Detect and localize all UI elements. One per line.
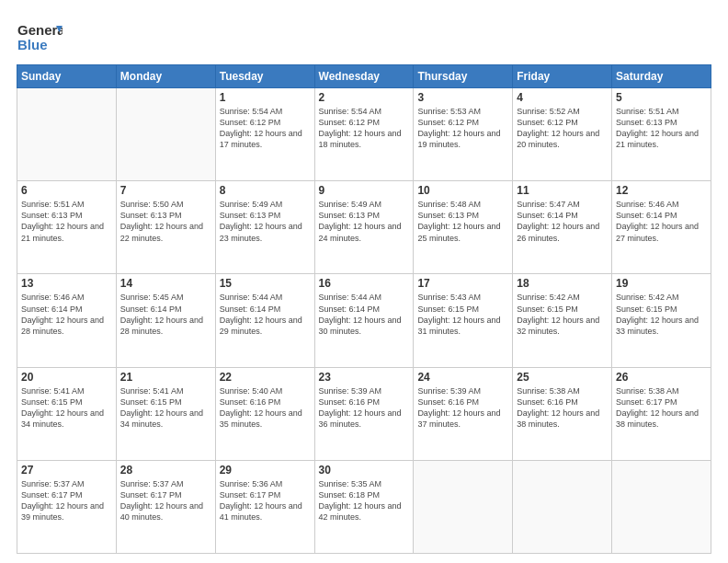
day-number: 16: [319, 277, 410, 290]
logo: General Blue: [17, 17, 63, 55]
calendar-cell: 15Sunrise: 5:44 AM Sunset: 6:14 PM Dayli…: [215, 274, 314, 367]
day-number: 19: [616, 277, 707, 290]
day-info: Sunrise: 5:51 AM Sunset: 6:13 PM Dayligh…: [21, 199, 112, 244]
week-row-4: 20Sunrise: 5:41 AM Sunset: 6:15 PM Dayli…: [17, 367, 711, 460]
calendar-cell: 2Sunrise: 5:54 AM Sunset: 6:12 PM Daylig…: [314, 88, 414, 181]
week-row-2: 6Sunrise: 5:51 AM Sunset: 6:13 PM Daylig…: [17, 181, 711, 274]
calendar-header: SundayMondayTuesdayWednesdayThursdayFrid…: [17, 65, 711, 88]
day-number: 8: [220, 184, 311, 197]
day-info: Sunrise: 5:43 AM Sunset: 6:15 PM Dayligh…: [417, 292, 508, 337]
calendar-cell: [513, 460, 612, 553]
calendar-cell: 5Sunrise: 5:51 AM Sunset: 6:13 PM Daylig…: [612, 88, 711, 181]
calendar-cell: 30Sunrise: 5:35 AM Sunset: 6:18 PM Dayli…: [314, 460, 414, 553]
calendar-cell: 14Sunrise: 5:45 AM Sunset: 6:14 PM Dayli…: [116, 274, 215, 367]
calendar-cell: 24Sunrise: 5:39 AM Sunset: 6:16 PM Dayli…: [414, 367, 513, 460]
day-number: 22: [220, 371, 311, 384]
calendar-cell: 19Sunrise: 5:42 AM Sunset: 6:15 PM Dayli…: [612, 274, 711, 367]
day-info: Sunrise: 5:39 AM Sunset: 6:16 PM Dayligh…: [417, 385, 508, 431]
day-number: 5: [616, 91, 707, 104]
day-info: Sunrise: 5:36 AM Sunset: 6:17 PM Dayligh…: [220, 478, 311, 523]
day-number: 12: [616, 184, 707, 197]
calendar-cell: 3Sunrise: 5:53 AM Sunset: 6:12 PM Daylig…: [414, 88, 513, 181]
day-number: 26: [616, 371, 707, 384]
calendar-cell: 26Sunrise: 5:38 AM Sunset: 6:17 PM Dayli…: [612, 367, 711, 460]
day-info: Sunrise: 5:41 AM Sunset: 6:15 PM Dayligh…: [21, 385, 112, 431]
day-number: 11: [517, 184, 608, 197]
weekday-header-tuesday: Tuesday: [215, 65, 314, 88]
day-info: Sunrise: 5:50 AM Sunset: 6:13 PM Dayligh…: [120, 199, 211, 244]
calendar-cell: 11Sunrise: 5:47 AM Sunset: 6:14 PM Dayli…: [513, 181, 612, 274]
day-number: 14: [120, 277, 211, 290]
calendar-cell: 8Sunrise: 5:49 AM Sunset: 6:13 PM Daylig…: [215, 181, 314, 274]
day-info: Sunrise: 5:48 AM Sunset: 6:13 PM Dayligh…: [417, 199, 508, 244]
day-number: 3: [417, 91, 508, 104]
day-number: 24: [417, 371, 508, 384]
svg-text:Blue: Blue: [17, 37, 48, 52]
calendar-cell: 28Sunrise: 5:37 AM Sunset: 6:17 PM Dayli…: [116, 460, 215, 553]
week-row-3: 13Sunrise: 5:46 AM Sunset: 6:14 PM Dayli…: [17, 274, 711, 367]
calendar-cell: [116, 88, 215, 181]
day-number: 18: [517, 277, 608, 290]
page: General Blue SundayMondayTuesdayWednesda…: [0, 0, 728, 563]
day-number: 21: [120, 371, 211, 384]
day-number: 27: [21, 464, 112, 477]
day-info: Sunrise: 5:46 AM Sunset: 6:14 PM Dayligh…: [616, 199, 707, 244]
day-info: Sunrise: 5:37 AM Sunset: 6:17 PM Dayligh…: [120, 478, 211, 523]
day-number: 2: [319, 91, 410, 104]
calendar-cell: 4Sunrise: 5:52 AM Sunset: 6:12 PM Daylig…: [513, 88, 612, 181]
day-number: 7: [120, 184, 211, 197]
day-info: Sunrise: 5:37 AM Sunset: 6:17 PM Dayligh…: [21, 478, 112, 523]
week-row-5: 27Sunrise: 5:37 AM Sunset: 6:17 PM Dayli…: [17, 460, 711, 553]
calendar-cell: 13Sunrise: 5:46 AM Sunset: 6:14 PM Dayli…: [17, 274, 117, 367]
day-info: Sunrise: 5:49 AM Sunset: 6:13 PM Dayligh…: [319, 199, 410, 244]
weekday-header-row: SundayMondayTuesdayWednesdayThursdayFrid…: [17, 65, 711, 88]
calendar-cell: [17, 88, 117, 181]
day-number: 23: [319, 371, 410, 384]
day-info: Sunrise: 5:54 AM Sunset: 6:12 PM Dayligh…: [319, 106, 410, 151]
calendar-cell: 25Sunrise: 5:38 AM Sunset: 6:16 PM Dayli…: [513, 367, 612, 460]
day-number: 29: [220, 464, 311, 477]
calendar-cell: 7Sunrise: 5:50 AM Sunset: 6:13 PM Daylig…: [116, 181, 215, 274]
calendar-body: 1Sunrise: 5:54 AM Sunset: 6:12 PM Daylig…: [17, 88, 711, 554]
calendar-cell: 23Sunrise: 5:39 AM Sunset: 6:16 PM Dayli…: [314, 367, 414, 460]
calendar-cell: 27Sunrise: 5:37 AM Sunset: 6:17 PM Dayli…: [17, 460, 117, 553]
weekday-header-sunday: Sunday: [17, 65, 117, 88]
day-info: Sunrise: 5:51 AM Sunset: 6:13 PM Dayligh…: [616, 106, 707, 151]
day-number: 1: [220, 91, 311, 104]
day-info: Sunrise: 5:46 AM Sunset: 6:14 PM Dayligh…: [21, 292, 112, 337]
day-number: 10: [417, 184, 508, 197]
weekday-header-wednesday: Wednesday: [314, 65, 414, 88]
calendar-cell: 18Sunrise: 5:42 AM Sunset: 6:15 PM Dayli…: [513, 274, 612, 367]
weekday-header-saturday: Saturday: [612, 65, 711, 88]
week-row-1: 1Sunrise: 5:54 AM Sunset: 6:12 PM Daylig…: [17, 88, 711, 181]
day-number: 4: [517, 91, 608, 104]
calendar-table: SundayMondayTuesdayWednesdayThursdayFrid…: [17, 64, 711, 554]
day-number: 9: [319, 184, 410, 197]
calendar-cell: 16Sunrise: 5:44 AM Sunset: 6:14 PM Dayli…: [314, 274, 414, 367]
day-info: Sunrise: 5:40 AM Sunset: 6:16 PM Dayligh…: [220, 385, 311, 431]
weekday-header-monday: Monday: [116, 65, 215, 88]
day-info: Sunrise: 5:47 AM Sunset: 6:14 PM Dayligh…: [517, 199, 608, 244]
calendar-cell: 12Sunrise: 5:46 AM Sunset: 6:14 PM Dayli…: [612, 181, 711, 274]
header: General Blue: [17, 17, 711, 55]
weekday-header-thursday: Thursday: [414, 65, 513, 88]
day-number: 28: [120, 464, 211, 477]
calendar-cell: 9Sunrise: 5:49 AM Sunset: 6:13 PM Daylig…: [314, 181, 414, 274]
calendar-cell: 21Sunrise: 5:41 AM Sunset: 6:15 PM Dayli…: [116, 367, 215, 460]
day-info: Sunrise: 5:44 AM Sunset: 6:14 PM Dayligh…: [319, 292, 410, 337]
day-info: Sunrise: 5:45 AM Sunset: 6:14 PM Dayligh…: [120, 292, 211, 337]
day-info: Sunrise: 5:42 AM Sunset: 6:15 PM Dayligh…: [517, 292, 608, 337]
day-number: 6: [21, 184, 112, 197]
day-number: 17: [417, 277, 508, 290]
day-info: Sunrise: 5:38 AM Sunset: 6:16 PM Dayligh…: [517, 385, 608, 431]
day-info: Sunrise: 5:41 AM Sunset: 6:15 PM Dayligh…: [120, 385, 211, 431]
day-info: Sunrise: 5:53 AM Sunset: 6:12 PM Dayligh…: [417, 106, 508, 151]
day-number: 15: [220, 277, 311, 290]
calendar-cell: 1Sunrise: 5:54 AM Sunset: 6:12 PM Daylig…: [215, 88, 314, 181]
day-info: Sunrise: 5:35 AM Sunset: 6:18 PM Dayligh…: [319, 478, 410, 523]
calendar-cell: 29Sunrise: 5:36 AM Sunset: 6:17 PM Dayli…: [215, 460, 314, 553]
calendar-cell: 10Sunrise: 5:48 AM Sunset: 6:13 PM Dayli…: [414, 181, 513, 274]
day-info: Sunrise: 5:49 AM Sunset: 6:13 PM Dayligh…: [220, 199, 311, 244]
logo-svg: General Blue: [17, 17, 63, 55]
calendar-cell: [612, 460, 711, 553]
